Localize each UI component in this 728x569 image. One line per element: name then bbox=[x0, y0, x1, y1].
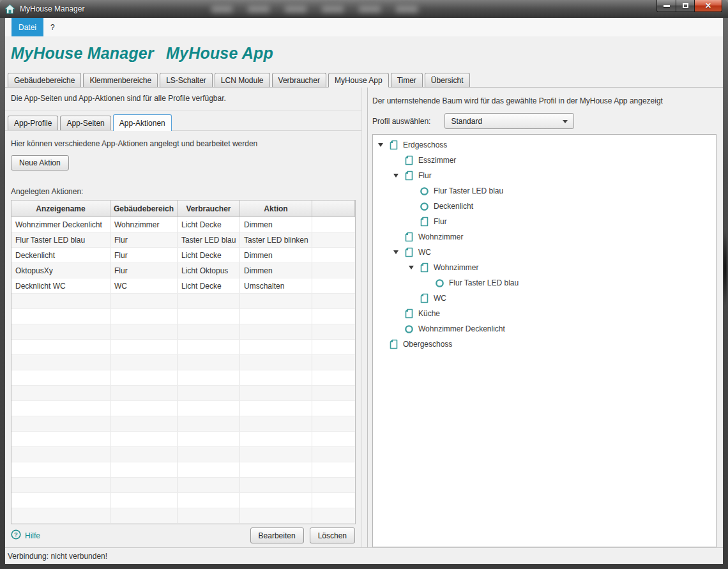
help-link[interactable]: ? Hilfe bbox=[11, 529, 40, 542]
table-cell bbox=[110, 355, 178, 370]
table-empty-row[interactable] bbox=[11, 340, 355, 355]
table-row[interactable]: OktopusXyFlurLicht OktopusDimmen bbox=[11, 263, 355, 278]
tree-item-flur-taster-led-blau[interactable]: Flur Taster LED blau bbox=[373, 275, 716, 291]
page-icon bbox=[404, 308, 414, 319]
tab-gebäudebereiche[interactable]: Gebäudebereiche bbox=[8, 73, 81, 87]
table-empty-row[interactable] bbox=[11, 355, 355, 370]
tree-item-wohnzimmer-deckenlicht[interactable]: Wohnzimmer Deckenlicht bbox=[373, 321, 716, 337]
edit-button[interactable]: Bearbeiten bbox=[250, 527, 304, 543]
subtab-app-aktionen[interactable]: App-Aktionen bbox=[113, 114, 172, 131]
table-cell bbox=[240, 324, 312, 339]
tab-verbraucher[interactable]: Verbraucher bbox=[272, 73, 326, 87]
table-cell: Wohnzimmer bbox=[110, 217, 178, 232]
tab-übersicht[interactable]: Übersicht bbox=[425, 73, 470, 87]
table-cell bbox=[240, 416, 312, 431]
profile-select[interactable]: Standard bbox=[444, 113, 574, 129]
profile-row: Profil auswählen: Standard bbox=[368, 105, 723, 129]
expander-icon[interactable] bbox=[404, 266, 419, 269]
table-row[interactable]: Wohnzimmer DeckenlichtWohnzimmerLicht De… bbox=[11, 217, 355, 232]
table-cell bbox=[110, 493, 178, 508]
table-cell bbox=[178, 386, 240, 400]
tree-item-deckenlicht[interactable]: Deckenlicht bbox=[373, 199, 716, 214]
tab-myhouse-app[interactable]: MyHouse App bbox=[328, 73, 389, 87]
table-cell bbox=[312, 340, 355, 354]
tree-item-esszimmer[interactable]: Esszimmer bbox=[373, 153, 716, 168]
tree-item-label: Küche bbox=[418, 309, 440, 318]
table-cell: Licht Decke bbox=[178, 248, 240, 262]
right-panel: Der unternstehende Baum wird für das gew… bbox=[368, 87, 723, 547]
tree-item-obergeschoss[interactable]: Obergeschoss bbox=[373, 337, 716, 352]
column-header-gebäudebereich[interactable]: Gebäudebereich bbox=[110, 201, 178, 216]
tab-ls-schalter[interactable]: LS-Schalter bbox=[160, 73, 213, 87]
tree-item-wohnzimmer[interactable]: Wohnzimmer bbox=[373, 229, 716, 245]
table-cell bbox=[312, 263, 355, 278]
table-empty-row[interactable] bbox=[11, 324, 355, 340]
window-title: MyHouse Manager bbox=[20, 4, 84, 13]
profile-tree[interactable]: ErdgeschossEsszimmerFlurFlur Taster LED … bbox=[372, 134, 717, 547]
table-empty-row[interactable] bbox=[11, 294, 355, 309]
tab-lcn-module[interactable]: LCN Module bbox=[215, 73, 270, 87]
title-bar[interactable]: MyHouse Manager ✕ bbox=[0, 0, 728, 18]
tree-item-flur-taster-led-blau[interactable]: Flur Taster LED blau bbox=[373, 183, 716, 199]
page-icon bbox=[404, 247, 414, 257]
table-cell bbox=[11, 370, 110, 385]
subtab-app-profile[interactable]: App-Profile bbox=[8, 116, 58, 130]
maximize-button[interactable] bbox=[676, 0, 695, 12]
tree-item-wohnzimmer[interactable]: Wohnzimmer bbox=[373, 260, 716, 275]
column-header-verbraucher[interactable]: Verbraucher bbox=[178, 201, 240, 216]
table-cell bbox=[178, 478, 240, 492]
table-empty-row[interactable] bbox=[11, 309, 355, 324]
table-cell: Wohnzimmer Deckenlicht bbox=[11, 217, 110, 232]
tree-item-wc[interactable]: WC bbox=[373, 291, 716, 306]
column-header-anzeigename[interactable]: Anzeigename bbox=[11, 201, 110, 216]
table-cell bbox=[312, 416, 355, 431]
table-cell: Umschalten bbox=[240, 278, 312, 293]
table-cell bbox=[11, 432, 110, 446]
table-empty-row[interactable] bbox=[11, 493, 355, 508]
table-empty-row[interactable] bbox=[11, 432, 355, 447]
table-row[interactable]: Decknlicht WCWCLicht DeckeUmschalten bbox=[11, 278, 355, 294]
column-header-extra[interactable] bbox=[312, 201, 355, 216]
tab-klemmenbereiche[interactable]: Klemmenbereiche bbox=[83, 73, 158, 87]
tree-item-wc[interactable]: WC bbox=[373, 245, 716, 260]
table-empty-row[interactable] bbox=[11, 370, 355, 386]
actions-table[interactable]: AnzeigenameGebäudebereichVerbraucherAkti… bbox=[11, 200, 356, 524]
expander-icon[interactable] bbox=[388, 174, 404, 178]
table-row[interactable]: DeckenlichtFlurLicht DeckeDimmen bbox=[11, 248, 355, 263]
menu-item-datei[interactable]: Datei bbox=[11, 18, 43, 36]
table-row[interactable]: Flur Taster LED blauFlurTaster LED blauT… bbox=[11, 232, 355, 248]
tree-item-küche[interactable]: Küche bbox=[373, 306, 716, 321]
tree-item-flur[interactable]: Flur bbox=[373, 214, 716, 229]
table-cell bbox=[11, 355, 110, 370]
table-cell bbox=[11, 508, 110, 523]
circle-icon bbox=[419, 201, 429, 211]
minimize-button[interactable] bbox=[656, 0, 676, 12]
close-button[interactable]: ✕ bbox=[695, 0, 722, 12]
table-empty-row[interactable] bbox=[11, 508, 355, 524]
table-empty-row[interactable] bbox=[11, 416, 355, 432]
left-intro-text: Die App-Seiten und App-Aktionen sind für… bbox=[5, 87, 361, 110]
table-empty-row[interactable] bbox=[11, 401, 355, 416]
table-cell bbox=[178, 370, 240, 385]
expander-icon[interactable] bbox=[373, 143, 388, 147]
new-action-button[interactable]: Neue Aktion bbox=[11, 155, 69, 171]
table-empty-row[interactable] bbox=[11, 478, 355, 493]
table-cell: Licht Oktopus bbox=[178, 263, 240, 278]
expander-icon[interactable] bbox=[388, 250, 404, 254]
table-empty-row[interactable] bbox=[11, 462, 355, 478]
column-header-aktion[interactable]: Aktion bbox=[240, 201, 312, 216]
table-cell bbox=[110, 508, 178, 523]
tab-timer[interactable]: Timer bbox=[391, 73, 423, 87]
menu-item--[interactable]: ? bbox=[43, 18, 62, 36]
left-footer: ? Hilfe Bearbeiten Löschen bbox=[5, 527, 361, 544]
table-empty-row[interactable] bbox=[11, 386, 355, 401]
table-empty-row[interactable] bbox=[11, 447, 355, 462]
table-header-row: AnzeigenameGebäudebereichVerbraucherAkti… bbox=[11, 201, 355, 217]
tree-item-erdgeschoss[interactable]: Erdgeschoss bbox=[373, 137, 716, 153]
subtab-app-seiten[interactable]: App-Seiten bbox=[60, 116, 110, 130]
delete-button[interactable]: Löschen bbox=[310, 527, 355, 543]
page-title: MyHouse Manager MyHouse App bbox=[11, 44, 273, 62]
tree-item-label: WC bbox=[418, 248, 431, 257]
tree-item-flur[interactable]: Flur bbox=[373, 168, 716, 183]
table-cell bbox=[110, 324, 178, 339]
